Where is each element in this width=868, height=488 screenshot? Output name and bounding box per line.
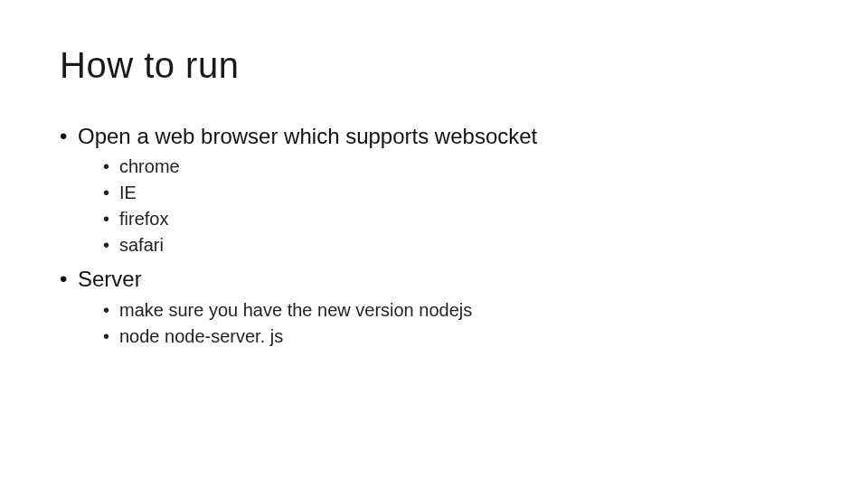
sub-list: make sure you have the new version nodej… bbox=[78, 298, 814, 349]
list-item-text: node node-server. js bbox=[119, 326, 283, 346]
list-item: make sure you have the new version nodej… bbox=[103, 298, 814, 323]
sub-list: chrome IE firefox safari bbox=[78, 155, 814, 258]
list-item-text: safari bbox=[119, 235, 164, 255]
list-item-text: Server bbox=[78, 267, 142, 291]
list-item-text: chrome bbox=[119, 156, 180, 176]
list-item: Server make sure you have the new versio… bbox=[60, 265, 814, 348]
list-item: firefox bbox=[103, 207, 814, 231]
list-item: IE bbox=[103, 181, 814, 205]
list-item-text: make sure you have the new version nodej… bbox=[119, 300, 472, 320]
slide: How to run Open a web browser which supp… bbox=[0, 0, 868, 488]
list-item: chrome bbox=[103, 155, 814, 179]
list-item: Open a web browser which supports websoc… bbox=[60, 122, 814, 258]
list-item-text: Open a web browser which supports websoc… bbox=[78, 124, 537, 148]
slide-title: How to run bbox=[60, 45, 814, 86]
list-item: node node-server. js bbox=[103, 324, 814, 349]
list-item-text: IE bbox=[119, 183, 137, 202]
list-item-text: firefox bbox=[119, 209, 168, 229]
list-item: safari bbox=[103, 233, 814, 258]
bullet-list: Open a web browser which supports websoc… bbox=[60, 122, 814, 349]
